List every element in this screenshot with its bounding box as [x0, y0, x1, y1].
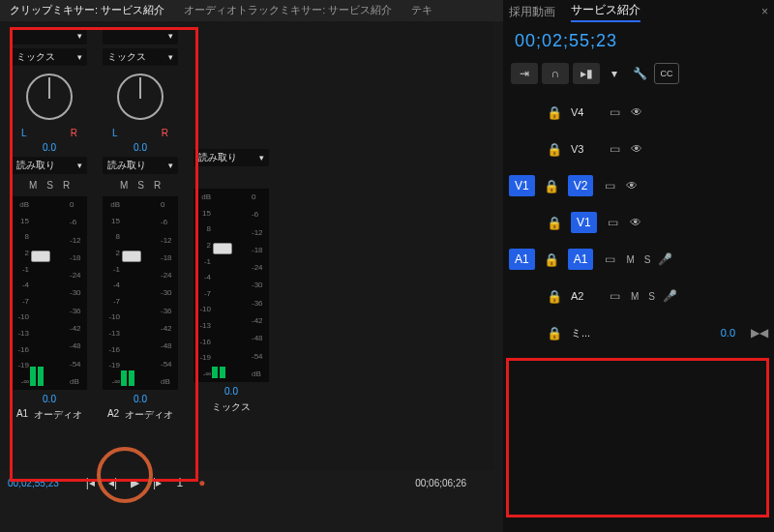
fader-thumb[interactable]	[31, 251, 50, 262]
solo-button[interactable]: S	[648, 291, 655, 302]
solo-button[interactable]: S	[46, 180, 53, 191]
export-button[interactable]: ↥	[175, 476, 185, 489]
video-track-v3[interactable]: 🔒 V3 ▭ 👁	[503, 131, 774, 167]
current-timecode[interactable]: 00;02;55;23	[8, 478, 59, 488]
track-header-area: 🔒 V4 ▭ 👁 🔒 V3 ▭ 👁 V1 🔒 V2 ▭ 👁 🔒 V1 ▭ 👁	[503, 88, 774, 357]
fx-slot-dropdown[interactable]: ▾	[12, 27, 87, 44]
eye-icon[interactable]: 👁	[626, 179, 638, 192]
tab-clip-mixer[interactable]: クリップミキサー: サービス紹介	[0, 0, 174, 23]
fader[interactable]: dB1582-1-4-7-10-13-16-19-∞ 0-6-12-18-24-…	[194, 189, 269, 382]
settings-icon[interactable]: 🔧	[629, 63, 650, 84]
automation-mode-dropdown[interactable]: 読み取り▾	[12, 157, 87, 174]
channel-a2: ▾ ミックス▾ LR 0.0 読み取り▾ MSR dB1582-1-4-7-10…	[97, 27, 184, 422]
target-icon[interactable]: ▭	[606, 142, 623, 156]
go-to-in-button[interactable]: |◂	[86, 476, 95, 489]
mute-button[interactable]: M	[120, 180, 128, 191]
sequence-duration: 00;06;06;26	[415, 478, 466, 488]
mic-icon[interactable]: 🎤	[663, 289, 677, 303]
audio-track-a2[interactable]: 🔒 A2 ▭ MS 🎤	[503, 278, 774, 314]
fader-thumb[interactable]	[122, 251, 141, 262]
timeline-toolbar: ⇥ ∩ ▸▮ ▾ 🔧 CC	[503, 59, 774, 88]
solo-button[interactable]: S	[137, 180, 144, 191]
video-track-v1[interactable]: 🔒 V1 ▭ 👁	[503, 204, 774, 241]
linked-selection-icon[interactable]: ▸▮	[573, 63, 600, 84]
mute-button[interactable]: M	[626, 254, 634, 265]
pan-knob[interactable]	[26, 74, 73, 120]
send-dropdown[interactable]: ミックス▾	[103, 48, 178, 66]
lock-icon[interactable]: 🔒	[546, 326, 563, 340]
lock-icon[interactable]: 🔒	[546, 142, 563, 157]
mix-level[interactable]: 0.0	[721, 327, 735, 339]
playhead-timecode[interactable]: 00;02;55;23	[503, 23, 774, 59]
fader-thumb[interactable]	[213, 243, 232, 254]
video-track-v2[interactable]: V1 🔒 V2 ▭ 👁	[503, 167, 774, 204]
mic-icon[interactable]: 🎤	[658, 252, 672, 266]
tab-text[interactable]: テキ	[402, 0, 442, 23]
target-icon[interactable]: ▭	[601, 252, 618, 266]
track-name: オーディオ	[125, 408, 173, 422]
video-track-v4[interactable]: 🔒 V4 ▭ 👁	[503, 94, 774, 131]
captions-icon[interactable]: CC	[654, 63, 679, 84]
fader-value: 0.0	[43, 394, 56, 404]
target-icon[interactable]: ▭	[601, 179, 618, 192]
record-button[interactable]: ●	[198, 476, 205, 489]
target-icon[interactable]: ▭	[606, 289, 623, 303]
eye-icon[interactable]: 👁	[631, 142, 642, 156]
source-patch-v1[interactable]: V1	[509, 175, 535, 196]
fx-slot-dropdown[interactable]: ▾	[103, 27, 178, 44]
speaker-icon[interactable]: ▶◀	[751, 326, 768, 340]
track-id: A1	[16, 408, 28, 422]
fader[interactable]: dB1582-1-4-7-10-13-16-19-∞ 0-6-12-18-24-…	[12, 196, 87, 390]
pan-knob[interactable]	[117, 74, 164, 120]
record-button[interactable]: R	[63, 180, 70, 191]
automation-mode-dropdown[interactable]: 読み取り▾	[194, 149, 269, 166]
clip-mixer-panel: ▾ ミックス▾ LR 0.0 読み取り▾ MSR dB1582-1-4-7-10…	[0, 21, 493, 495]
record-button[interactable]: R	[154, 180, 161, 191]
chevron-down-icon: ▾	[77, 52, 82, 62]
mix-track[interactable]: 🔒 ミ... 0.0 ▶◀	[503, 314, 774, 351]
pan-lr-labels: LR	[21, 128, 77, 138]
marker-icon[interactable]: ▾	[604, 63, 625, 84]
automation-mode-dropdown[interactable]: 読み取り▾	[103, 157, 178, 174]
track-target-a1[interactable]: A1	[568, 249, 594, 270]
lock-icon[interactable]: 🔒	[543, 179, 560, 193]
lock-icon[interactable]: 🔒	[546, 105, 563, 120]
lock-icon[interactable]: 🔒	[546, 216, 563, 230]
audio-track-a1[interactable]: A1 🔒 A1 ▭ MS 🎤	[503, 241, 774, 278]
track-name: オーディオ	[34, 408, 82, 422]
fader-value: 0.0	[134, 394, 147, 404]
chevron-down-icon: ▾	[259, 153, 264, 163]
send-dropdown[interactable]: ミックス▾	[12, 48, 87, 66]
eye-icon[interactable]: 👁	[630, 216, 641, 229]
eye-icon[interactable]: 👁	[631, 105, 642, 119]
tab-audio-track-mixer[interactable]: オーディオトラックミキサー: サービス紹介	[174, 0, 402, 23]
mixer-channels: ▾ ミックス▾ LR 0.0 読み取り▾ MSR dB1582-1-4-7-10…	[0, 21, 493, 428]
pan-value: 0.0	[43, 142, 56, 153]
target-icon[interactable]: ▭	[606, 105, 623, 119]
chevron-down-icon: ▾	[77, 161, 82, 170]
mute-button[interactable]: M	[29, 180, 37, 191]
pan-lr-labels: LR	[112, 128, 168, 138]
mute-button[interactable]: M	[631, 291, 639, 302]
sequence-tabs: 採用動画 サービス紹介 ×	[503, 0, 774, 23]
channel-mix-bus: 読み取り▾ M dB1582-1-4-7-10-13-16-19-∞ 0-6-1…	[188, 149, 275, 422]
close-icon[interactable]: ×	[761, 5, 768, 18]
tab-recruit-video[interactable]: 採用動画	[509, 4, 555, 20]
step-back-button[interactable]: ◂|	[108, 476, 117, 489]
solo-button[interactable]: S	[644, 254, 651, 265]
track-target-v1[interactable]: V1	[571, 212, 597, 233]
play-button[interactable]: ▶	[131, 476, 139, 489]
pan-value: 0.0	[134, 142, 147, 153]
track-id: A2	[107, 408, 119, 422]
lock-icon[interactable]: 🔒	[546, 289, 563, 304]
tab-service-intro[interactable]: サービス紹介	[571, 2, 640, 22]
target-icon[interactable]: ▭	[605, 216, 622, 229]
source-patch-a1[interactable]: A1	[509, 249, 535, 270]
fader[interactable]: dB1582-1-4-7-10-13-16-19-∞ 0-6-12-18-24-…	[103, 196, 178, 390]
insert-mode-icon[interactable]: ⇥	[511, 63, 538, 84]
snap-icon[interactable]: ∩	[542, 63, 569, 84]
step-forward-button[interactable]: |▸	[153, 476, 162, 489]
track-target-v2[interactable]: V2	[568, 175, 594, 196]
lock-icon[interactable]: 🔒	[543, 252, 560, 267]
timeline-panel: 採用動画 サービス紹介 × 00;02;55;23 ⇥ ∩ ▸▮ ▾ 🔧 CC …	[503, 0, 774, 532]
